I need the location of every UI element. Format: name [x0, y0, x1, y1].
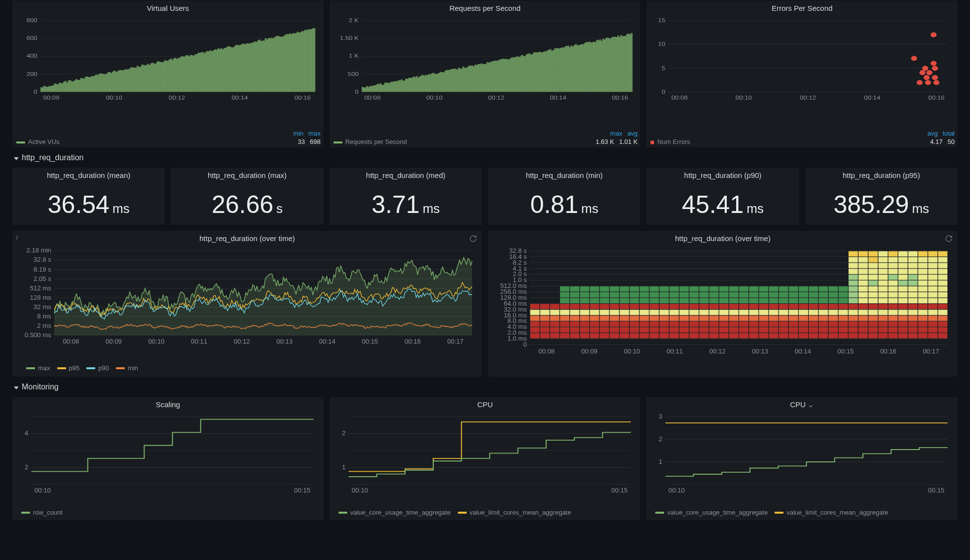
- svg-rect-605: [660, 286, 669, 292]
- svg-rect-913: [938, 275, 947, 280]
- svg-rect-797: [858, 251, 868, 257]
- svg-text:00:13: 00:13: [276, 338, 293, 346]
- svg-rect-759: [839, 333, 848, 339]
- panel-title: CPU: [330, 397, 641, 412]
- svg-rect-756: [829, 298, 838, 304]
- svg-rect-652: [719, 327, 729, 333]
- svg-point-405: [920, 70, 926, 75]
- svg-rect-642: [709, 333, 719, 339]
- svg-rect-499: [540, 310, 550, 315]
- svg-rect-749: [819, 286, 828, 292]
- stat-panel[interactable]: http_req_duration (med) 3.71ms: [329, 167, 483, 225]
- svg-rect-789: [858, 298, 868, 304]
- svg-rect-699: [769, 316, 779, 321]
- svg-rect-840: [888, 263, 897, 269]
- panel-dur-timeseries[interactable]: i http_req_duration (over time) 0.500 ms…: [12, 230, 483, 377]
- svg-rect-916: [938, 257, 947, 263]
- svg-text:00:10: 00:10: [736, 94, 752, 101]
- panel-dur-heatmap[interactable]: http_req_duration (over time) 01.0 ms2.0…: [487, 230, 958, 377]
- svg-rect-796: [858, 257, 868, 263]
- svg-rect-667: [729, 292, 739, 298]
- panel-title: CPU ⌄: [646, 397, 958, 412]
- svg-rect-575: [630, 304, 639, 310]
- svg-rect-852: [898, 280, 908, 286]
- svg-rect-836: [888, 286, 897, 292]
- stat-panel[interactable]: http_req_duration (p90) 45.41ms: [646, 167, 799, 225]
- stat-panel[interactable]: http_req_duration (p95) 385.29ms: [805, 167, 958, 225]
- svg-rect-720: [789, 298, 798, 304]
- svg-rect-791: [858, 286, 868, 292]
- svg-rect-895: [928, 292, 937, 298]
- svg-rect-736: [809, 310, 818, 315]
- svg-rect-632: [689, 286, 699, 292]
- svg-rect-658: [719, 292, 729, 298]
- svg-rect-750: [829, 333, 838, 339]
- svg-text:00:08: 00:08: [538, 348, 555, 355]
- svg-rect-555: [610, 316, 619, 321]
- svg-rect-780: [849, 263, 858, 269]
- svg-rect-502: [550, 327, 560, 333]
- row-header-monitoring[interactable]: Monitoring: [12, 377, 958, 396]
- panel-virtual-users[interactable]: Virtual Users 020040060080000:0800:1000:…: [12, 0, 324, 148]
- svg-rect-794: [858, 269, 868, 275]
- svg-rect-834: [888, 298, 897, 304]
- panel-errors[interactable]: Errors Per Second 05101500:0800:1000:120…: [646, 0, 958, 148]
- stat-panel[interactable]: http_req_duration (min) 0.81ms: [487, 167, 641, 225]
- row-header-http-req-duration[interactable]: http_req_duration: [12, 148, 958, 167]
- svg-rect-865: [908, 292, 918, 298]
- refresh-icon[interactable]: [469, 235, 477, 243]
- svg-rect-707: [779, 321, 788, 327]
- panel-cpu[interactable]: CPU 1200:1000:15 value_core_usage_time_a…: [329, 396, 641, 521]
- stat-value: 36.54ms: [12, 182, 165, 232]
- svg-rect-722: [789, 286, 798, 292]
- stat-value: 385.29ms: [805, 182, 958, 232]
- svg-text:00:16: 00:16: [295, 94, 311, 101]
- svg-rect-898: [928, 275, 937, 280]
- panel-scaling[interactable]: Scaling 2400:1000:15 row_count: [12, 396, 324, 521]
- svg-rect-701: [769, 304, 779, 310]
- svg-rect-516: [570, 333, 579, 339]
- info-icon[interactable]: i: [16, 234, 18, 242]
- panel-rps[interactable]: Requests per Second 05001 K1.50 K2 K00:0…: [329, 0, 641, 148]
- svg-text:0: 0: [662, 88, 666, 95]
- svg-rect-495: [540, 333, 550, 339]
- refresh-icon[interactable]: [945, 235, 953, 243]
- panel-title: Scaling: [12, 397, 324, 412]
- svg-text:2: 2: [342, 430, 345, 437]
- svg-rect-633: [699, 333, 709, 339]
- svg-rect-570: [630, 333, 639, 339]
- panel-cpu-2[interactable]: CPU ⌄ 12300:1000:15 value_core_usage_tim…: [646, 396, 958, 521]
- stat-value: 45.41ms: [646, 182, 799, 232]
- svg-text:512 ms: 512 ms: [30, 284, 51, 292]
- svg-rect-768: [849, 333, 858, 339]
- svg-rect-595: [650, 292, 659, 298]
- chevron-down-icon[interactable]: ⌄: [808, 400, 814, 409]
- svg-rect-692: [759, 304, 768, 310]
- svg-rect-874: [918, 327, 928, 333]
- svg-text:00:14: 00:14: [319, 338, 336, 346]
- svg-rect-688: [759, 327, 768, 333]
- svg-rect-535: [590, 327, 599, 333]
- svg-rect-539: [590, 304, 599, 310]
- svg-rect-579: [639, 333, 649, 339]
- svg-text:00:12: 00:12: [169, 94, 185, 101]
- svg-point-412: [932, 75, 938, 80]
- panel-title: Virtual Users: [12, 0, 324, 15]
- svg-rect-504: [550, 316, 560, 321]
- svg-rect-603: [660, 298, 669, 304]
- svg-rect-621: [679, 298, 689, 304]
- svg-rect-705: [779, 333, 788, 339]
- stat-panel[interactable]: http_req_duration (mean) 36.54ms: [12, 167, 165, 225]
- stat-panel[interactable]: http_req_duration (max) 26.66s: [170, 167, 324, 225]
- svg-rect-899: [928, 269, 937, 275]
- svg-rect-668: [729, 286, 739, 292]
- svg-rect-825: [878, 263, 888, 269]
- panel-stats: avgtotal 4.1750: [922, 130, 955, 146]
- svg-rect-906: [938, 316, 947, 321]
- svg-rect-585: [639, 298, 649, 304]
- svg-rect-599: [660, 321, 669, 327]
- svg-rect-728: [799, 304, 808, 310]
- svg-rect-708: [779, 316, 788, 321]
- svg-rect-754: [829, 310, 838, 315]
- svg-rect-723: [799, 333, 808, 339]
